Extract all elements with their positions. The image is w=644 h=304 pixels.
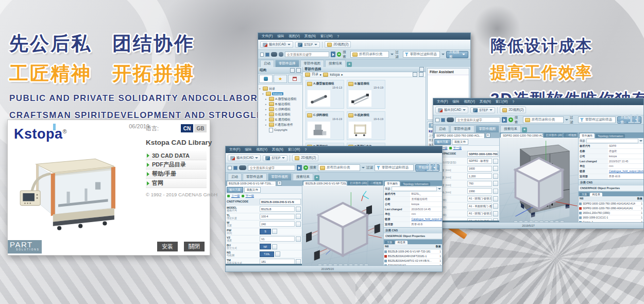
export-to-cad-button[interactable]: 输出到CAD [435,107,468,113]
param-edit-button[interactable] [493,204,498,209]
viewport-drawing-tab[interactable]: 二维视图 [564,133,577,138]
bom-row[interactable]: BS25LB200A41A8TV1-V2-V4-VB-N…1 [384,259,442,263]
param-value-dropdown[interactable]: 1600 [467,166,492,172]
filter-scope-dropdown[interactable]: 零部件过滤和筛选 [403,51,440,58]
menu-official-site[interactable]: 官网 [146,179,207,188]
menu-other[interactable]: 其他(N) [480,99,491,104]
panel-pin-button[interactable] [290,68,295,73]
menu-view[interactable]: 视图(V) [464,99,475,104]
search-option-checkbox[interactable] [260,53,264,57]
param-edit-button[interactable] [493,211,498,216]
catalog-tile-c[interactable]: C.供料模组 19-6-19 [306,111,344,140]
param-edit-button[interactable] [296,207,301,212]
level-up-link[interactable]: 上一级 [231,194,240,198]
search-input[interactable] [285,52,329,57]
view-mode-button[interactable] [413,72,417,77]
tab-part-selection[interactable]: 零部件选择 [243,173,267,180]
param-value-dropdown[interactable]: 1990 [467,188,492,194]
menu-help-manual[interactable]: 帮助/手册 [146,170,207,179]
step-format-button[interactable]: STEP [470,107,495,113]
close-button[interactable]: 關閉 [184,242,205,251]
menu-help[interactable]: ? [304,148,307,151]
part-number-tab[interactable]: SDPR2-1600-1200-760-1990-ACL… [434,133,485,138]
catalog-tile-d[interactable]: D.机架模组 19-6-19 [347,111,385,140]
param-value-dropdown[interactable]: A1 - 单面玻璃门-透明 [467,204,492,209]
param-toggle[interactable]: T20L [260,251,274,257]
level-down-link[interactable]: 下一级 [453,146,462,150]
install-button[interactable]: 安装 [157,242,178,251]
tree-item[interactable]: ▸F.通用标准件 [259,122,301,127]
structure-tab[interactable]: 构造表 [395,241,408,244]
search-scope-dropdown[interactable]: 所有目录和分类 [523,116,564,123]
bom-row[interactable]: SDPR2-1600-1200-760-1990-A0A1A1A1A11 [579,206,643,211]
view-cube[interactable] [302,185,383,269]
search-input[interactable] [248,165,295,171]
param-edit-button[interactable] [493,174,498,179]
menu-edit[interactable]: 编辑 [452,99,459,104]
topology-tab[interactable]: Topology Information [596,134,625,138]
tree-item-copyright[interactable]: Copyright [259,127,301,132]
prop-link[interactable]: Catalogue_hold_output (doclev2) [410,217,442,222]
menu-edit[interactable]: 编辑 [245,147,251,152]
assembly-file-button[interactable]: 装配文件 [244,187,261,193]
param-edit-button[interactable] [272,229,277,234]
menu-file[interactable]: 文件(F) [229,147,240,152]
menu-view[interactable]: 视图(V) [289,34,300,39]
catalog-tile-a[interactable]: A.微型输送模组 19-6-13 [306,80,344,109]
tree-item[interactable]: ▸B.输送模组 [259,102,301,107]
part-properties-tab[interactable]: 零件属性 [580,133,595,138]
new-tab-button[interactable]: + [347,62,352,67]
tab-search-results[interactable]: 搜索结果 [500,125,521,132]
start-search-button[interactable]: 开始搜索 [617,116,641,124]
tab-part-view[interactable]: 零部件视图 [268,173,292,180]
param-toggle[interactable]: NF [260,244,271,249]
catalog-tile-b[interactable]: B.输送模组 19-6-19 [347,80,385,109]
param-edit-button[interactable] [493,189,498,194]
param-edit-button[interactable] [296,222,301,227]
search-input[interactable] [455,117,500,123]
param-edit-button[interactable] [493,181,498,186]
part-number-tab[interactable]: BS25LB-1009-240-S-V1-NF-T20L… [227,181,276,186]
menu-pdf-catalog[interactable]: PDF产品目录 [146,160,207,170]
menu-other[interactable]: 其他(N) [272,147,283,152]
param-value-dropdown[interactable]: BS25LB [260,206,295,212]
viewport-2d-tab[interactable]: 打开部件 (2D) [544,133,563,138]
param-slider-value[interactable]: 100-4 [260,214,295,219]
properties-filter-input[interactable] [586,139,638,143]
param-edit-button[interactable] [296,214,301,219]
param-edit-button[interactable] [296,237,301,242]
part-properties-tab[interactable]: 零件属性 [385,181,400,186]
2d-view-button[interactable]: 2D视图(2) [325,41,351,48]
viewport-2d-tab[interactable]: 打开部件 (2D) [348,181,367,185]
param-value-dropdown[interactable]: 181 [260,259,295,264]
text-mode-toggle[interactable] [271,52,277,57]
menu-3d-cad-data[interactable]: 3D CAD DATA [146,151,207,160]
search-go-button[interactable] [502,117,507,123]
param-value-dropdown[interactable]: 760 [467,181,492,187]
add-search-button[interactable]: + [337,52,341,57]
param-toggle[interactable]: S [260,229,271,234]
export-plan-button[interactable]: 输出方案 [227,187,243,193]
add-search-button[interactable]: + [303,165,308,170]
3d-viewport[interactable] [500,138,578,226]
search-option-checkbox-2[interactable] [233,166,238,170]
history-tab[interactable] [288,75,301,83]
tree-item[interactable]: ▸D.机架模组 [259,112,301,117]
search-go-button[interactable] [297,165,302,171]
view-cube[interactable] [500,138,578,226]
menu-help[interactable]: ? [337,35,339,38]
tab-search-results[interactable]: 搜索结果 [325,60,346,67]
menu-other[interactable]: 其他(N) [304,34,316,39]
breadcrumb-root[interactable]: 目录 [312,72,318,77]
close-icon[interactable]: × [486,133,490,138]
param-value-dropdown[interactable]: A1 - 玻璃门-铰链左开 [467,196,492,201]
3d-viewport[interactable] [302,185,383,269]
bom-row[interactable]: 1600x1,200x760 (1990)1 [579,211,643,215]
export-to-cad-button[interactable]: 输出到CAD [260,41,293,48]
param-edit-button[interactable] [493,159,498,164]
filter-scope-dropdown[interactable]: 零部件过滤和筛选 [375,164,414,171]
tab-part-view[interactable]: 零部件视图 [476,125,500,132]
structure-tab[interactable]: 构造表 [590,193,602,196]
topology-tab[interactable]: Topology Information [401,182,430,186]
search-option-checkbox[interactable] [228,166,232,170]
